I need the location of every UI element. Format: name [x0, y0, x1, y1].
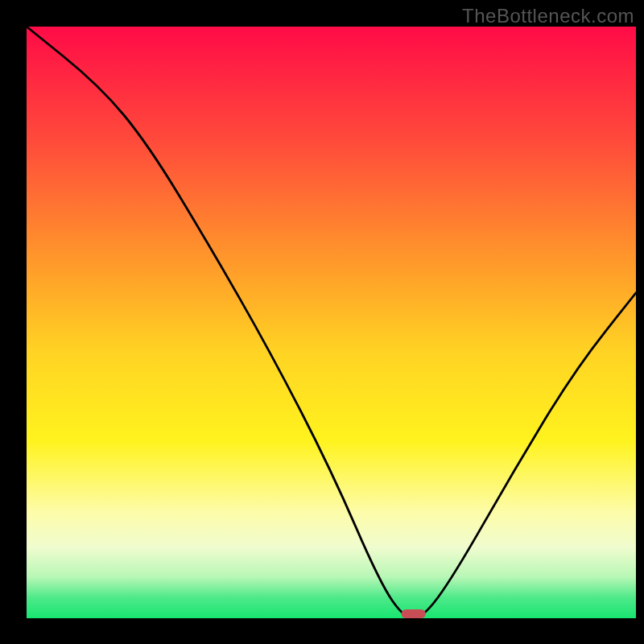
optimal-marker — [402, 609, 426, 618]
chart-frame: TheBottleneck.com — [0, 0, 644, 644]
watermark-label: TheBottleneck.com — [462, 5, 634, 27]
bottleneck-chart — [0, 0, 644, 644]
plot-background — [27, 27, 636, 618]
